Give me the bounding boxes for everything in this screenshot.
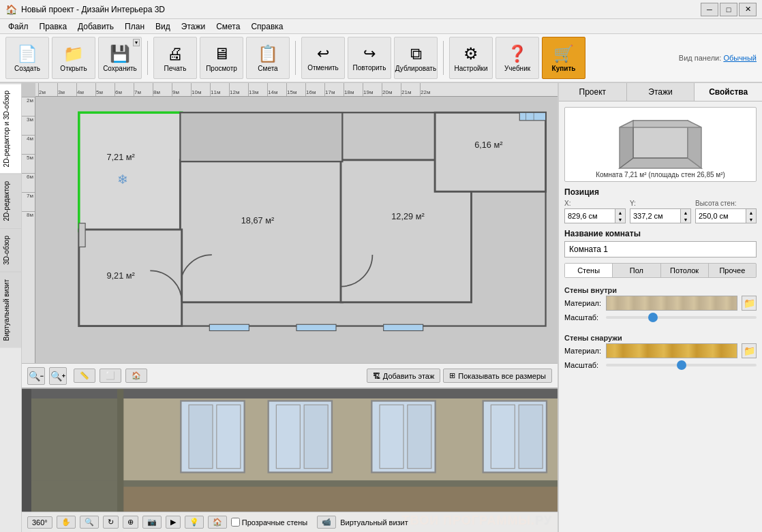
menu-help[interactable]: Справка bbox=[245, 20, 288, 33]
y-input[interactable] bbox=[630, 210, 680, 221]
menu-add[interactable]: Добавить bbox=[72, 20, 119, 33]
walls-inside-material-row: Материал: 📁 bbox=[564, 296, 757, 311]
open-button[interactable]: 📁 Открыть bbox=[52, 37, 95, 79]
play-3d-button[interactable]: ▶ bbox=[166, 516, 181, 529]
buy-label: Купить bbox=[552, 65, 576, 72]
camera-icon[interactable]: 📹 bbox=[317, 516, 336, 529]
ruler-left: 2м 3м 4м 5м 6м 7м 8м bbox=[22, 97, 35, 388]
room-4[interactable] bbox=[435, 112, 545, 191]
room-preview-label: Комната 7,21 м² (площадь стен 26,85 м²) bbox=[565, 171, 756, 178]
buy-button[interactable]: 🛒 Купить bbox=[542, 37, 585, 79]
walls-inside-scale-slider[interactable] bbox=[606, 316, 757, 319]
height-spinners: ▲ ▼ bbox=[746, 209, 756, 223]
surface-tab-ceiling[interactable]: Потолок bbox=[661, 264, 709, 277]
y-spinners: ▲ ▼ bbox=[680, 209, 690, 223]
show-dims-button[interactable]: ⊞ Показывать все размеры bbox=[443, 369, 552, 383]
x-spin-down[interactable]: ▼ bbox=[615, 216, 625, 223]
walls-outside-material-preview[interactable] bbox=[606, 343, 737, 358]
height-spin-down[interactable]: ▼ bbox=[746, 216, 756, 223]
view-3d-svg bbox=[22, 389, 558, 532]
preview-button[interactable]: 🖥 Просмотр bbox=[200, 37, 243, 79]
menu-plan[interactable]: План bbox=[119, 20, 150, 33]
ruler-tool-button[interactable]: 📏 bbox=[74, 369, 95, 383]
add-floor-area: 🏗 Добавить этаж ⊞ Показывать все размеры bbox=[367, 369, 552, 383]
tab-floors[interactable]: Этажи bbox=[627, 83, 695, 101]
walls-inside-folder-button[interactable]: 📁 bbox=[742, 296, 757, 311]
surface-tab-walls[interactable]: Стены bbox=[565, 264, 613, 277]
camera-3d-button[interactable]: 📷 bbox=[142, 516, 162, 529]
height-label: Высота стен: bbox=[695, 200, 757, 207]
menu-file[interactable]: Файл bbox=[3, 20, 34, 33]
zoom-3d-button[interactable]: 🔍 bbox=[80, 516, 99, 529]
rotate-3d-button[interactable]: ↻ bbox=[103, 516, 119, 529]
walls-inside-material-preview[interactable] bbox=[606, 296, 737, 311]
menu-floors[interactable]: Этажи bbox=[176, 20, 211, 33]
menu-estimate[interactable]: Смета bbox=[211, 20, 245, 33]
home-3d-button[interactable]: 🏠 bbox=[208, 516, 227, 529]
room-2[interactable] bbox=[180, 160, 342, 302]
tutorial-button[interactable]: ❓ Учебник bbox=[496, 37, 539, 79]
eraser-tool-button[interactable]: ⬜ bbox=[100, 369, 121, 383]
maximize-button[interactable]: □ bbox=[720, 3, 737, 16]
height-spin-up[interactable]: ▲ bbox=[746, 209, 756, 216]
undo-button[interactable]: ↩ Отменить bbox=[301, 37, 345, 79]
walls-outside-scale-slider[interactable] bbox=[606, 364, 757, 366]
view-3d-background[interactable]: ТВОИ ПРОГРАММЫ.РУ bbox=[22, 389, 558, 532]
sidebar-tab-3d[interactable]: 3D-обзор bbox=[0, 228, 21, 272]
right-panel-tabs: Проект Этажи Свойства bbox=[559, 83, 762, 101]
svg-rect-19 bbox=[22, 389, 31, 532]
y-label: Y: bbox=[630, 200, 691, 207]
tab-properties[interactable]: Свойства bbox=[695, 83, 762, 101]
surface-tab-other[interactable]: Прочее bbox=[709, 264, 756, 277]
duplicate-button[interactable]: ⧉ Дублировать bbox=[394, 37, 438, 79]
y-spin-up[interactable]: ▲ bbox=[681, 209, 690, 216]
sidebar-tab-virtual[interactable]: Виртуальный визит bbox=[0, 272, 21, 348]
zoom-out-minus: − bbox=[40, 373, 44, 379]
light-3d-button[interactable]: 💡 bbox=[185, 516, 204, 529]
redo-icon: ↪ bbox=[363, 45, 376, 63]
home-icon: 🏠 bbox=[132, 371, 141, 380]
transparent-walls-toggle[interactable]: Прозрачные стены bbox=[231, 518, 307, 527]
redo-button[interactable]: ↪ Повторить bbox=[348, 37, 391, 79]
close-button[interactable]: ✕ bbox=[739, 3, 757, 16]
minimize-button[interactable]: ─ bbox=[701, 3, 718, 16]
zoom-out-button[interactable]: 🔍 − bbox=[27, 367, 45, 385]
view-3d-bottom-bar: 360° ✋ 🔍 ↻ ⊕ 📷 ▶ 💡 🏠 Прозрачные стены 📹 … bbox=[22, 512, 558, 532]
view-3d: ТВОИ ПРОГРАММЫ.РУ 360° ✋ 🔍 ↻ ⊕ 📷 ▶ 💡 🏠 П… bbox=[22, 389, 558, 532]
add-floor-button[interactable]: 🏗 Добавить этаж bbox=[367, 369, 440, 383]
x-spin-up[interactable]: ▲ bbox=[615, 209, 625, 216]
hand-tool-button[interactable]: ✋ bbox=[57, 516, 76, 529]
ltick-2m: 2м bbox=[22, 97, 35, 116]
floorplan-svg[interactable]: 7,21 м² ❄ 18,67 м² 12,29 м² bbox=[35, 97, 558, 363]
zoom-in-button[interactable]: 🔍 + bbox=[49, 367, 67, 385]
tab-project[interactable]: Проект bbox=[559, 83, 627, 101]
save-dropdown[interactable]: ▾ bbox=[133, 39, 140, 46]
360-button[interactable]: 360° bbox=[27, 516, 52, 529]
dims-icon: ⊞ bbox=[449, 371, 455, 380]
menu-view[interactable]: Вид bbox=[150, 20, 176, 33]
height-field: Высота стен: ▲ ▼ bbox=[695, 200, 757, 223]
menu-edit[interactable]: Правка bbox=[34, 20, 73, 33]
print-button[interactable]: 🖨 Печать bbox=[153, 37, 197, 79]
sidebar-tab-2d[interactable]: 2D-редактор bbox=[0, 174, 21, 228]
room-name-title: Название комнаты bbox=[564, 229, 757, 238]
height-input[interactable] bbox=[696, 210, 746, 221]
room-1[interactable] bbox=[79, 112, 182, 231]
tick-15m: 15м bbox=[286, 83, 305, 96]
surface-tab-floor[interactable]: Пол bbox=[613, 264, 660, 277]
sidebar-tab-2d-3d[interactable]: 2D-редактор и 3D-обзор bbox=[0, 83, 21, 174]
tick-4m: 4м bbox=[76, 83, 95, 96]
room-name-input[interactable] bbox=[564, 241, 757, 257]
estimate-button[interactable]: 📋 Смета bbox=[246, 37, 290, 79]
save-button[interactable]: 💾 Сохранить ▾ bbox=[98, 37, 142, 79]
transparent-walls-checkbox[interactable] bbox=[231, 518, 240, 527]
walls-outside-folder-button[interactable]: 📁 bbox=[742, 343, 757, 358]
estimate-icon: 📋 bbox=[258, 44, 278, 63]
home-tool-button[interactable]: 🏠 bbox=[125, 369, 147, 383]
y-spin-down[interactable]: ▼ bbox=[681, 216, 690, 223]
settings-button[interactable]: ⚙ Настройки bbox=[449, 37, 493, 79]
nav-3d-button[interactable]: ⊕ bbox=[123, 516, 138, 529]
create-button[interactable]: 📄 Создать bbox=[5, 37, 49, 79]
floorplan-canvas[interactable]: 7,21 м² ❄ 18,67 м² 12,29 м² bbox=[35, 97, 558, 363]
x-input[interactable] bbox=[565, 210, 615, 221]
